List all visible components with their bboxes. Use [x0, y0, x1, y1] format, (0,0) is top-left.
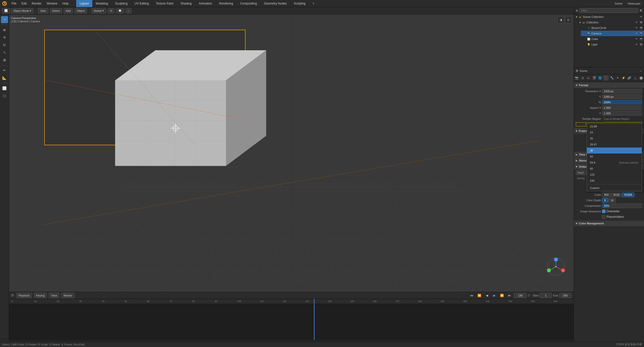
dropdown-item-2997[interactable]: 29.97: [587, 141, 642, 147]
prop-tab-render[interactable]: 📷: [574, 75, 580, 81]
dropdown-item-2398[interactable]: 23.98: [587, 123, 642, 129]
menu-help[interactable]: Help: [60, 0, 71, 7]
color-depth-8-btn[interactable]: 8: [602, 198, 608, 203]
tab-uv-editing[interactable]: UV Editing: [131, 0, 152, 7]
dropdown-item-custom[interactable]: Custom: [587, 185, 642, 191]
marker-menu[interactable]: Marker: [61, 293, 74, 298]
start-frame-counter[interactable]: 1: [539, 293, 552, 298]
select-menu[interactable]: Select: [50, 8, 62, 14]
tab-geometry-nodes[interactable]: Geometry Nodes: [260, 0, 290, 7]
toolbar-scale-tool[interactable]: ⤡: [1, 49, 8, 56]
add-menu[interactable]: Add: [64, 8, 73, 14]
toolbar-cursor-tool[interactable]: ⊕: [1, 26, 8, 33]
outliner-item-collection[interactable]: ▾ 🗂 Collection 👁 📷: [577, 20, 644, 25]
color-depth-16-btn[interactable]: 16: [608, 198, 616, 203]
play-btn[interactable]: ▶: [491, 293, 497, 298]
outliner-render-bezier[interactable]: 📷: [639, 26, 643, 30]
overwrite-checkbox[interactable]: ✓: [602, 210, 606, 213]
timeline-content-area[interactable]: [9, 304, 574, 340]
viewport-overlay-btn[interactable]: ⊙: [565, 17, 572, 23]
prev-keyframe-btn[interactable]: ⏪: [476, 293, 482, 298]
outliner-filter-icon[interactable]: ⊞: [640, 9, 642, 12]
resolution-y-field[interactable]: 1080 px: [602, 94, 642, 99]
outliner-render-light[interactable]: 📷: [639, 42, 643, 46]
color-rgb-btn[interactable]: RGB: [611, 192, 622, 197]
menu-window[interactable]: Window: [44, 0, 60, 7]
tab-texture-paint[interactable]: Texture Paint: [152, 0, 177, 7]
aspect-y-field[interactable]: 1.000: [602, 111, 642, 116]
snap-toggle[interactable]: 🔲: [116, 8, 124, 14]
view-menu-timeline[interactable]: View: [49, 293, 59, 298]
object-menu[interactable]: Object: [74, 8, 87, 14]
viewport-type-menu[interactable]: ⬜: [2, 8, 10, 14]
outliner-render-collection[interactable]: 📷: [639, 20, 643, 24]
dropdown-item-240[interactable]: 240: [587, 178, 642, 184]
tab-shading[interactable]: Shading: [177, 0, 195, 7]
dropdown-item-120[interactable]: 120: [587, 172, 642, 178]
outliner-render-camera[interactable]: 📷: [639, 31, 643, 35]
outliner-visibility-collection[interactable]: 👁: [634, 20, 638, 24]
scene-selector[interactable]: Scene: [613, 2, 624, 5]
outliner-item-scene-collection[interactable]: ▾ 🗂 Scene Collection 👁: [574, 14, 644, 20]
prop-tab-modifier[interactable]: 🔧: [609, 75, 615, 81]
format-section-header[interactable]: ▾ Format: [574, 82, 644, 88]
toolbar-transform-tool[interactable]: ⊞: [1, 57, 8, 64]
outliner-item-bezier[interactable]: ⬡ BezierCircle 👁 📷: [581, 25, 644, 31]
tab-layout[interactable]: Layout: [76, 0, 92, 7]
menu-render[interactable]: Render: [29, 0, 44, 7]
outliner-visibility-cube[interactable]: 👁: [634, 37, 638, 41]
color-management-header[interactable]: ▾ Color Management: [574, 221, 644, 226]
color-bw-btn[interactable]: BW: [602, 192, 611, 197]
outliner-visibility-light[interactable]: 👁: [634, 42, 638, 46]
tab-modeling[interactable]: Modeling: [92, 0, 112, 7]
proportional-edit[interactable]: ○: [126, 8, 132, 14]
toolbar-add-cube[interactable]: ⬜: [1, 85, 8, 92]
outliner-visibility-scene[interactable]: 👁: [639, 15, 643, 19]
dropdown-item-60[interactable]: 60: [587, 166, 642, 172]
prop-panel-expand-icon[interactable]: ↔: [639, 69, 642, 72]
dropdown-item-599[interactable]: 59.9: [590, 160, 595, 166]
prop-tab-data[interactable]: △: [632, 75, 638, 81]
outliner-item-cube[interactable]: ⬜ Cube 👁 📷: [581, 36, 644, 42]
color-rgba-btn[interactable]: RGBA: [622, 192, 634, 197]
prop-tab-constraints[interactable]: 🔗: [626, 75, 632, 81]
toolbar-rotate-tool[interactable]: ↻: [1, 41, 8, 48]
pivot-selector[interactable]: ⊙: [108, 8, 114, 14]
jump-end-btn[interactable]: ⏭: [506, 293, 512, 298]
viewport-shading-btn[interactable]: ◑: [557, 17, 564, 23]
outliner-render-cube[interactable]: 📷: [639, 37, 643, 41]
view-menu[interactable]: View: [38, 8, 48, 14]
aspect-x-field[interactable]: 1.000: [602, 106, 642, 110]
navigation-gizmo[interactable]: Z X Y: [546, 257, 566, 277]
toolbar-annotate-tool[interactable]: ✏: [1, 67, 8, 74]
playback-menu[interactable]: Playback: [16, 293, 32, 298]
toolbar-move-tool[interactable]: ✛: [1, 34, 8, 41]
tab-sculpting[interactable]: Sculpting: [112, 0, 131, 7]
dropdown-item-24[interactable]: 24: [587, 129, 642, 135]
play-reverse-btn[interactable]: ◀: [484, 293, 490, 298]
toolbar-select-tool[interactable]: ↗: [1, 16, 8, 23]
prop-tab-particles[interactable]: ✦: [615, 75, 621, 81]
prop-tab-scene[interactable]: 🎬: [591, 75, 597, 81]
prop-tab-object[interactable]: ⬛: [603, 75, 609, 81]
tab-rendering[interactable]: Rendering: [216, 0, 236, 7]
mode-selector[interactable]: Object Mode ▾: [11, 8, 33, 14]
outliner-item-camera[interactable]: 📷 Camera 👁 📷: [581, 31, 644, 36]
transform-selector[interactable]: Global ▾: [91, 8, 106, 14]
current-frame-counter[interactable]: 135: [514, 293, 527, 298]
jump-start-btn[interactable]: ⏮: [469, 293, 475, 298]
prop-tab-physics[interactable]: ⚡: [621, 75, 626, 81]
tab-compositing[interactable]: Compositing: [236, 0, 260, 7]
menu-edit[interactable]: Edit: [19, 0, 29, 7]
keying-menu[interactable]: Keying: [34, 293, 47, 298]
prop-tab-view-layer[interactable]: 🗂: [586, 75, 591, 81]
prop-tab-world[interactable]: 🌐: [597, 75, 603, 81]
resolution-x-field[interactable]: 1920 px: [602, 89, 642, 93]
dropdown-item-25[interactable]: 25: [587, 135, 642, 141]
tab-scripting[interactable]: Scripting: [290, 0, 309, 7]
next-keyframe-btn[interactable]: ⏩: [499, 293, 505, 298]
tab-add[interactable]: +: [309, 0, 318, 7]
dropdown-item-50[interactable]: 50: [587, 154, 642, 160]
menu-file[interactable]: File: [9, 0, 19, 7]
viewlayer-selector[interactable]: ViewLayer: [626, 2, 642, 5]
